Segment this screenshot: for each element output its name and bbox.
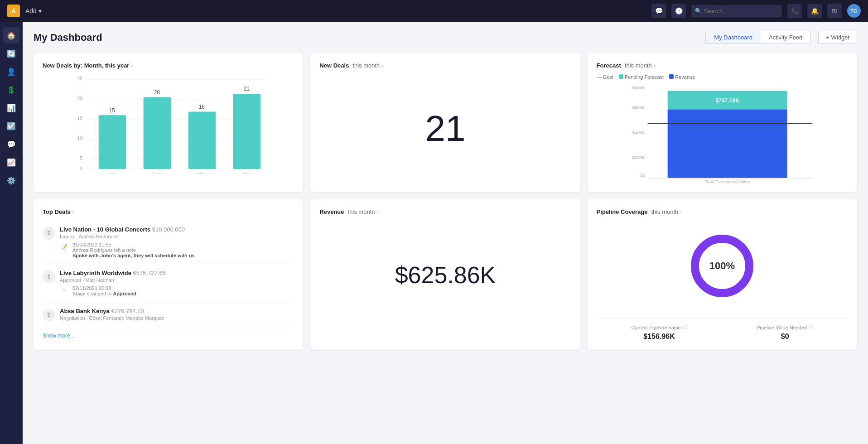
chevron-icon[interactable]: › bbox=[72, 209, 74, 215]
deal-name[interactable]: Live Labyrinth Worldwide €575,727.66 bbox=[60, 270, 294, 276]
sidebar-item-analytics[interactable]: 📈 bbox=[3, 154, 19, 170]
sidebar-item-home[interactable]: 🏠 bbox=[3, 27, 19, 43]
chevron-icon[interactable]: › bbox=[381, 63, 383, 68]
svg-rect-12 bbox=[99, 115, 126, 169]
tab-my-dashboard[interactable]: My Dashboard bbox=[706, 31, 761, 43]
forecast-legend: — Goal Pending Forecast Revenue bbox=[597, 74, 848, 80]
svg-text:Apr: Apr bbox=[242, 172, 251, 174]
sidebar-item-messages[interactable]: 💬 bbox=[3, 136, 19, 152]
dashboard-grid-row2: Top Deals › $ Live Nation - 10 Global Co… bbox=[34, 199, 857, 350]
svg-text:$0: $0 bbox=[640, 173, 646, 178]
svg-rect-21 bbox=[233, 94, 261, 169]
clock-icon-btn[interactable]: 🕐 bbox=[671, 4, 686, 18]
svg-text:Mar: Mar bbox=[197, 172, 207, 174]
deal-icon: $ bbox=[43, 270, 55, 283]
svg-text:10: 10 bbox=[77, 135, 82, 141]
show-more-link[interactable]: Show more... bbox=[43, 333, 75, 339]
sidebar-item-deals[interactable]: 💲 bbox=[3, 82, 19, 98]
svg-text:15: 15 bbox=[109, 107, 116, 114]
deal-name[interactable]: Live Nation - 10 Global Concerts $10,000… bbox=[60, 226, 294, 233]
info-icon-current[interactable]: ⓘ bbox=[683, 324, 687, 331]
add-widget-button[interactable]: + Widget bbox=[818, 31, 857, 44]
svg-rect-29 bbox=[667, 109, 787, 178]
sidebar-item-activity[interactable]: 🔄 bbox=[3, 45, 19, 62]
widget-title-forecast: Forecast bbox=[597, 62, 621, 69]
deal-activity: 📝 21/04/2022 11:55 Andrea Rodriguez left… bbox=[60, 242, 294, 258]
svg-rect-18 bbox=[188, 112, 216, 169]
svg-text:$200K: $200K bbox=[632, 155, 645, 160]
pipeline-stats: Current Pipeline Value ⓘ $156.96K Pipeli… bbox=[597, 319, 848, 341]
app-logo: A bbox=[7, 5, 20, 17]
dashboard-grid: New Deals by: Month, this year › 25 20 1… bbox=[34, 53, 857, 192]
deal-sub: Approved · Matt Harman bbox=[60, 277, 294, 283]
add-button[interactable]: Add ▾ bbox=[25, 7, 42, 14]
chevron-icon[interactable]: › bbox=[680, 209, 682, 215]
svg-text:25: 25 bbox=[77, 76, 82, 81]
svg-text:100%: 100% bbox=[709, 260, 735, 271]
chevron-icon[interactable]: › bbox=[654, 63, 656, 68]
deal-icon: $ bbox=[43, 309, 55, 321]
svg-text:5: 5 bbox=[80, 155, 82, 161]
deal-item: $ Absa Bank Kenya €276,794.10 Negotiatio… bbox=[43, 302, 294, 327]
needed-pipeline-value: $0 bbox=[757, 333, 813, 341]
chevron-icon[interactable]: › bbox=[377, 209, 379, 215]
sidebar-item-settings[interactable]: ⚙️ bbox=[3, 172, 19, 188]
apps-icon-btn[interactable]: ⊞ bbox=[827, 4, 842, 18]
widget-new-deals-by-month: New Deals by: Month, this year › 25 20 1… bbox=[34, 53, 303, 192]
widget-title-revenue: Revenue bbox=[319, 208, 344, 215]
forecast-svg: $800K $600K $400K $200K $0 $747.19K bbox=[597, 83, 848, 183]
legend-revenue: Revenue bbox=[669, 74, 695, 80]
deal-item: $ Live Nation - 10 Global Concerts $10,0… bbox=[43, 221, 294, 264]
svg-text:$400K: $400K bbox=[632, 130, 645, 135]
svg-text:20: 20 bbox=[154, 89, 160, 96]
chevron-icon[interactable]: › bbox=[131, 63, 133, 68]
info-icon-needed[interactable]: ⓘ bbox=[809, 324, 813, 331]
revenue-value: $625.86K bbox=[319, 221, 571, 329]
widget-top-deals: Top Deals › $ Live Nation - 10 Global Co… bbox=[34, 199, 303, 350]
deal-sub: Negotiation · Edsel Fernando Mendez Marq… bbox=[60, 315, 294, 321]
widget-title-suffix-forecast: this month bbox=[625, 62, 652, 69]
svg-text:20: 20 bbox=[77, 96, 82, 101]
legend-goal: — Goal bbox=[597, 74, 613, 80]
widget-pipeline-coverage: Pipeline Coverage this month › 100% Curr… bbox=[588, 199, 857, 350]
chat-icon-btn[interactable]: 💬 bbox=[651, 4, 666, 18]
svg-text:15: 15 bbox=[77, 116, 82, 121]
search-wrapper: 🔍 bbox=[691, 5, 782, 17]
sidebar-item-reports[interactable]: 📊 bbox=[3, 100, 19, 116]
pipeline-stat-needed: Pipeline Value Needed ⓘ $0 bbox=[757, 324, 813, 341]
svg-text:16: 16 bbox=[199, 104, 205, 110]
sidebar-item-tasks[interactable]: ☑️ bbox=[3, 118, 19, 134]
svg-rect-15 bbox=[144, 97, 171, 169]
deal-item: $ Live Labyrinth Worldwide €575,727.66 A… bbox=[43, 264, 294, 302]
legend-pending: Pending Forecast bbox=[619, 74, 664, 80]
deal-name[interactable]: Absa Bank Kenya €276,794.10 bbox=[60, 308, 294, 314]
new-deals-value: 21 bbox=[319, 74, 571, 183]
widget-title-suffix-revenue: this month bbox=[348, 208, 375, 215]
page-header: My Dashboard My Dashboard Activity Feed … bbox=[34, 31, 857, 44]
user-avatar[interactable]: TG bbox=[847, 4, 861, 18]
svg-text:Feb: Feb bbox=[152, 172, 162, 174]
note-icon: 📝 bbox=[60, 242, 69, 251]
svg-text:$800K: $800K bbox=[632, 85, 645, 90]
search-icon: 🔍 bbox=[695, 8, 702, 14]
sidebar-item-contacts[interactable]: 👤 bbox=[3, 63, 19, 80]
widget-title-text: New Deals by: Month, this year bbox=[43, 62, 129, 69]
stage-icon: ≡ bbox=[60, 285, 69, 294]
widget-forecast: Forecast this month › — Goal Pending For… bbox=[588, 53, 857, 192]
widget-title-pipeline: Pipeline Coverage bbox=[597, 208, 648, 215]
bar-chart-area: 25 20 15 10 5 0 15 bbox=[43, 74, 294, 174]
donut-wrapper: 100% bbox=[597, 221, 848, 311]
search-input[interactable] bbox=[691, 5, 782, 17]
widget-title-suffix: this month bbox=[352, 62, 380, 69]
svg-text:Jan: Jan bbox=[108, 172, 117, 174]
forecast-chart-area: $800K $600K $400K $200K $0 $747.19K bbox=[597, 83, 848, 183]
donut-chart: 100% bbox=[686, 230, 758, 302]
tab-activity-feed[interactable]: Activity Feed bbox=[761, 31, 810, 43]
phone-icon-btn[interactable]: 📞 bbox=[787, 4, 802, 18]
pipeline-stat-current: Current Pipeline Value ⓘ $156.96K bbox=[631, 324, 687, 341]
svg-text:Total Forecasted Value: Total Forecasted Value bbox=[704, 179, 750, 183]
bell-icon-btn[interactable]: 🔔 bbox=[807, 4, 822, 18]
page-title: My Dashboard bbox=[34, 32, 705, 43]
sidebar: 🏠 🔄 👤 💲 📊 ☑️ 💬 📈 ⚙️ bbox=[0, 22, 23, 444]
current-pipeline-value: $156.96K bbox=[631, 333, 687, 341]
